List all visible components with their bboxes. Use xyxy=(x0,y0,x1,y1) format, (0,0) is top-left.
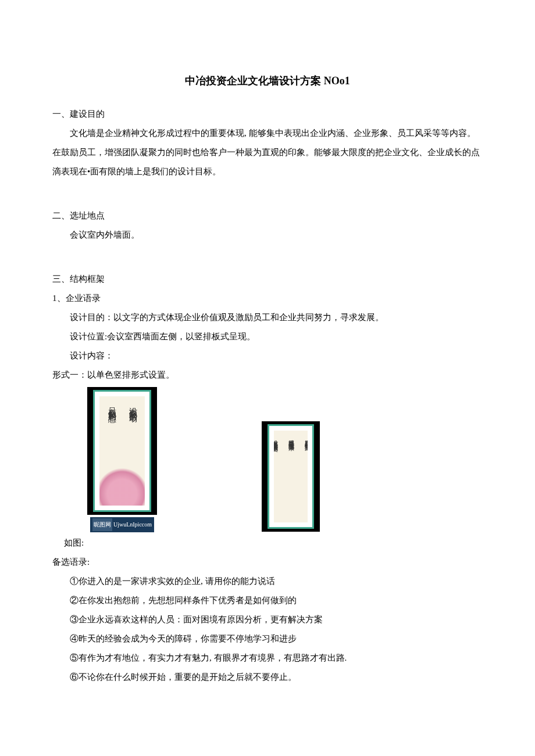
location-text: 会议室西墙面左侧，以竖排板式呈现。 xyxy=(107,332,255,341)
section-3-item-1-heading: 1、企业语录 xyxy=(52,289,483,308)
watermark-logo: 昵图网 xyxy=(92,518,112,531)
form-1-heading: 形式一：以单色竖排形式设置。 xyxy=(52,366,483,385)
figure-right-column: 没有感恩就没有真正的美德 感恩即是灵魂上的健康 感恩是精神的一种宝藏 xyxy=(262,421,320,532)
scroll-plaque-right: 没有感恩就没有真正的美德 感恩即是灵魂上的健康 感恩是精神的一种宝藏 xyxy=(262,421,320,532)
purpose-text: 以文字的方式体现企业价值观及激励员工和企业共同努力，寻求发展。 xyxy=(113,313,384,322)
alternative-quotes-heading: 备选语录: xyxy=(52,553,483,572)
document-title: 中冶投资企业文化墙设计方案 NOo1 xyxy=(52,70,483,93)
plaque-mat: 没有感恩就没有真正的美德 感恩即是灵魂上的健康 感恩是精神的一种宝藏 xyxy=(274,431,308,522)
scroll-text-line: 没有饱和的市场 xyxy=(124,401,142,409)
scroll-text-line: 感恩即是灵魂上的健康 xyxy=(284,435,297,442)
section-1-heading: 一、建设目的 xyxy=(52,105,483,124)
section-2-heading: 二、选址地点 xyxy=(52,206,483,225)
scroll-plaque-left: 只有饱和的思想 没有饱和的市场 xyxy=(87,387,157,515)
quote-item: ⑤有作为才有地位，有实力才有魅力, 有眼界才有境界，有思路才有出路. xyxy=(70,648,483,668)
quote-item: ⑥不论你在什么时候开始，重要的是开始之后就不要停止。 xyxy=(70,668,483,687)
figure-label: 如图: xyxy=(64,533,84,553)
scroll-text-line: 没有感恩就没有真正的美德 xyxy=(274,435,281,442)
quote-item: ③企业永远喜欢这样的人员：面对困境有原因分析，更有解决方案 xyxy=(70,610,483,629)
quote-list: ①你进入的是一家讲求实效的企业, 请用你的能力说话 ②在你发出抱怨前，先想想同样… xyxy=(52,572,483,687)
plaque-border: 没有感恩就没有真正的美德 感恩即是灵魂上的健康 感恩是精神的一种宝藏 xyxy=(268,424,314,529)
design-purpose: 设计目的：以文字的方式体现企业价值观及激励员工和企业共同努力，寻求发展。 xyxy=(52,308,483,327)
scroll-text-line: 只有饱和的思想 xyxy=(102,401,120,409)
quote-item: ①你进入的是一家讲求实效的企业, 请用你的能力说话 xyxy=(70,572,483,591)
watermark-text: UjwuLnIpiccom xyxy=(113,518,152,531)
document-page: 中冶投资企业文化墙设计方案 NOo1 一、建设目的 文化墙是企业精神文化形成过程… xyxy=(0,0,535,733)
section-2-body: 会议室内外墙面。 xyxy=(52,225,483,245)
lotus-decoration-icon xyxy=(99,468,145,506)
quote-item: ②在你发出抱怨前，先想想同样条件下优秀者是如何做到的 xyxy=(70,591,483,610)
figure-left-column: 只有饱和的思想 没有饱和的市场 昵图网 UjwuLnIpiccom 如图: xyxy=(87,387,157,553)
image-watermark: 昵图网 UjwuLnIpiccom xyxy=(90,517,154,532)
purpose-label: 设计目的： xyxy=(70,313,113,322)
plaque-mat: 只有饱和的思想 没有饱和的市场 xyxy=(99,396,145,506)
section-3-heading: 三、结构框架 xyxy=(52,270,483,289)
plaque-border: 只有饱和的思想 没有饱和的市场 xyxy=(93,390,151,512)
section-1-body: 文化墙是企业精神文化形成过程中的重要体现, 能够集中表现出企业内涵、企业形象、员… xyxy=(52,124,483,181)
location-label: 设计位置: xyxy=(70,332,107,341)
vertical-text-group: 只有饱和的思想 没有饱和的市场 xyxy=(99,401,145,409)
vertical-text-group: 没有感恩就没有真正的美德 感恩即是灵魂上的健康 感恩是精神的一种宝藏 xyxy=(274,435,308,442)
quote-item: ④昨天的经验会成为今天的障碍，你需要不停地学习和进步 xyxy=(70,629,483,648)
figure-row: 只有饱和的思想 没有饱和的市场 昵图网 UjwuLnIpiccom 如图: 没有… xyxy=(52,387,483,553)
design-location: 设计位置:会议室西墙面左侧，以竖排板式呈现。 xyxy=(52,327,483,346)
design-content-label: 设计内容： xyxy=(52,346,483,366)
scroll-text-line: 感恩是精神的一种宝藏 xyxy=(301,435,308,442)
